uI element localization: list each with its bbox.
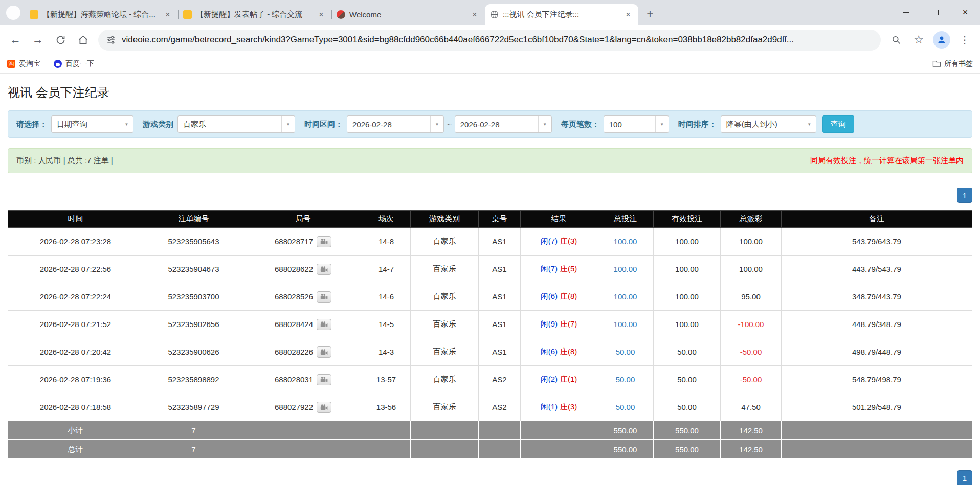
new-tab-button[interactable]: + [641,5,659,22]
bookmark-aitaobao[interactable]: 淘 爱淘宝 [7,59,40,68]
home-button[interactable] [73,30,93,50]
tab-search-button[interactable] [6,6,20,20]
total-bet-cell[interactable]: 100.00 [597,311,654,338]
total-bet-cell[interactable]: 100.00 [597,228,654,256]
subtotal-total-bet: 550.00 [597,421,654,440]
subtotal-payout: 142.50 [721,421,782,440]
menu-icon[interactable]: ⋮ [954,30,975,50]
page-title: 视讯 会员下注纪录 [8,85,972,100]
round-number: 688028424 [275,320,313,329]
zoom-icon[interactable] [886,30,906,50]
close-tab-icon[interactable]: × [623,10,633,20]
table-header-row: 时间 注单编号 局号 场次 游戏类别 桌号 结果 总投注 有效投注 总派彩 备注 [8,211,972,228]
pagination-top: 1 [8,188,972,203]
video-replay-button[interactable] [317,402,331,413]
total-bet-cell[interactable]: 50.00 [597,338,654,366]
tab-welcome[interactable]: Welcome × [331,4,485,25]
total-count: 7 [143,440,244,459]
date-to-select[interactable]: 2026-02-28 ▼ [455,115,552,133]
round-number: 688028031 [275,375,313,384]
video-replay-button[interactable] [317,236,331,247]
round-number: 688028526 [275,292,313,301]
forward-button[interactable]: → [28,30,48,50]
table-row: 2026-02-28 07:22:56 523235904673 6880286… [8,256,972,283]
game-type-cell: 百家乐 [411,338,479,366]
close-tab-icon[interactable]: × [316,10,326,20]
table-no-cell: AS1 [479,283,521,311]
person-icon [937,35,947,45]
time-cell: 2026-02-28 07:20:42 [8,338,143,366]
video-replay-button[interactable] [317,346,331,358]
col-payout: 总派彩 [721,211,782,228]
bet-records-table: 时间 注单编号 局号 场次 游戏类别 桌号 结果 总投注 有效投注 总派彩 备注… [8,210,972,459]
video-replay-button[interactable] [317,374,331,385]
welcome-site-icon [337,10,345,19]
video-replay-button[interactable] [317,291,331,303]
round-cell: 688028622 [244,256,362,283]
payout-cell: 47.50 [721,393,782,421]
bookmark-baidu[interactable]: 百度一下 [54,59,94,68]
game-type-cell: 百家乐 [411,311,479,338]
round-number: 688028622 [275,265,313,273]
total-bet-cell[interactable]: 50.00 [597,366,654,393]
session-cell: 14-8 [362,228,411,256]
site-info-icon[interactable] [106,35,116,44]
game-type-cell: 百家乐 [411,393,479,421]
result-cell: 闲(1)庄(3) [521,393,597,421]
round-number: 688028226 [275,347,313,356]
reload-button[interactable] [50,30,71,50]
address-bar[interactable]: videoie.com/game/betrecord_search/kind3?… [98,30,881,51]
total-bet-cell[interactable]: 100.00 [597,283,654,311]
close-icon: × [963,7,968,18]
camera-icon [320,239,328,245]
tab-title: Welcome [349,10,465,19]
total-bet-cell[interactable]: 100.00 [597,256,654,283]
total-bet-cell[interactable]: 50.00 [597,393,654,421]
sort-order-select[interactable]: 降幂(由大到小) ▼ [721,115,816,133]
video-replay-button[interactable] [317,264,331,275]
tab-bet-records[interactable]: :::视讯 会员下注纪录::: × [485,4,638,25]
page-content: 视讯 会员下注纪录 请选择： 日期查询 ▼ 游戏类别 百家乐 ▼ 时间区间： 2… [0,74,980,487]
tab-forum-2[interactable]: 【新提醒】发表帖子 - 综合交流 × [178,4,331,25]
tab-strip: 【新提醒】海燕策略论坛 - 综合... × 【新提醒】发表帖子 - 综合交流 ×… [0,0,980,25]
payout-cell: 100.00 [721,228,782,256]
close-tab-icon[interactable]: × [470,10,480,20]
video-replay-button[interactable] [317,319,331,330]
table-no-cell: AS1 [479,338,521,366]
page-1-button[interactable]: 1 [957,188,972,203]
chevron-down-icon: ▼ [655,116,669,132]
page-1-button[interactable]: 1 [957,470,972,485]
player-result: 闲(2) [541,375,558,383]
date-from-value: 2026-02-28 [347,120,430,129]
search-button[interactable]: 查询 [822,115,854,133]
baidu-icon [54,60,62,68]
all-bookmarks-button[interactable]: 所有书签 [932,59,973,68]
camera-icon [320,266,328,272]
note-cell: 548.79/498.79 [782,366,972,393]
currency-total-text: 币别 : 人民币 | 总共 :7 注单 | [16,156,113,166]
time-cell: 2026-02-28 07:18:58 [8,393,143,421]
maximize-button[interactable] [921,0,950,25]
round-cell: 688028717 [244,228,362,256]
date-from-select[interactable]: 2026-02-28 ▼ [347,115,444,133]
page-size-select[interactable]: 100 ▼ [604,115,669,133]
maximize-icon [933,10,939,15]
profile-avatar[interactable] [933,31,950,49]
session-cell: 13-56 [362,393,411,421]
bookmark-star-icon[interactable]: ☆ [908,30,929,50]
valid-bet-cell: 50.00 [654,393,721,421]
tab-forum-1[interactable]: 【新提醒】海燕策略论坛 - 综合... × [25,4,178,25]
time-cell: 2026-02-28 07:21:52 [8,311,143,338]
player-result: 闲(7) [541,264,558,273]
close-tab-icon[interactable]: × [163,10,173,20]
query-type-select[interactable]: 日期查询 ▼ [51,115,133,133]
minimize-button[interactable] [891,0,921,25]
table-row: 2026-02-28 07:23:28 523235905643 6880287… [8,228,972,256]
col-bet-id: 注单编号 [143,211,244,228]
time-cell: 2026-02-28 07:23:28 [8,228,143,256]
col-result: 结果 [521,211,597,228]
subtotal-row: 小计 7 550.00 550.00 142.50 [8,421,972,440]
game-type-select[interactable]: 百家乐 ▼ [177,115,295,133]
close-window-button[interactable]: × [950,0,980,25]
back-button[interactable]: ← [5,30,26,50]
